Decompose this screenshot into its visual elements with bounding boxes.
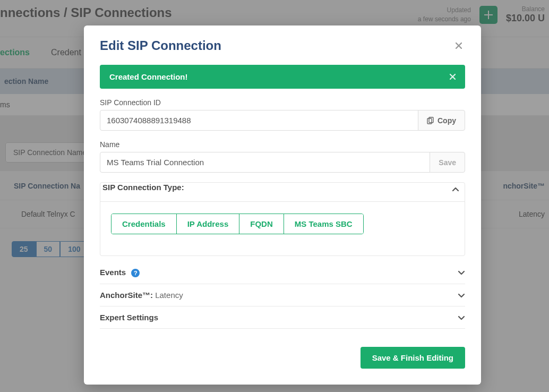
modal-title: Edit SIP Connection xyxy=(100,38,221,53)
events-section: Events ? xyxy=(100,261,465,284)
name-label: Name xyxy=(100,140,465,149)
chevron-up-icon xyxy=(452,186,459,193)
type-fqdn-button[interactable]: FQDN xyxy=(239,214,284,234)
copy-button[interactable]: Copy xyxy=(418,110,465,131)
edit-sip-connection-modal: Edit SIP Connection Created Connection! … xyxy=(84,25,481,385)
events-toggle[interactable]: Events ? xyxy=(100,268,465,277)
alert-close-button[interactable] xyxy=(450,74,456,80)
close-icon xyxy=(450,74,456,80)
sip-connection-type-section: SIP Connection Type: Credentials IP Addr… xyxy=(100,182,465,256)
copy-icon xyxy=(427,117,434,124)
sip-connection-type-toggle[interactable]: SIP Connection Type: xyxy=(100,183,465,196)
alert-text: Created Connection! xyxy=(109,72,188,81)
chevron-down-icon xyxy=(458,314,465,321)
save-name-button[interactable]: Save xyxy=(430,152,465,173)
anchorsite-toggle[interactable]: AnchorSite™: Latency xyxy=(100,291,465,300)
anchorsite-section: AnchorSite™: Latency xyxy=(100,284,465,306)
chevron-down-icon xyxy=(458,269,465,276)
help-icon[interactable]: ? xyxy=(131,269,140,277)
type-credentials-button[interactable]: Credentials xyxy=(111,214,177,234)
type-ms-teams-sbc-button[interactable]: MS Teams SBC xyxy=(284,214,363,234)
connection-type-group: Credentials IP Address FQDN MS Teams SBC xyxy=(111,214,364,234)
expert-settings-toggle[interactable]: Expert Settings xyxy=(100,313,465,322)
sip-id-input[interactable] xyxy=(100,110,418,131)
sip-id-label: SIP Connection ID xyxy=(100,98,465,107)
save-finish-button[interactable]: Save & Finish Editing xyxy=(361,347,465,369)
name-input[interactable] xyxy=(100,152,430,173)
type-ip-address-button[interactable]: IP Address xyxy=(177,214,240,234)
close-icon xyxy=(456,42,462,49)
modal-close-button[interactable] xyxy=(452,40,465,51)
success-alert: Created Connection! xyxy=(100,65,465,89)
expert-settings-section: Expert Settings xyxy=(100,306,465,329)
chevron-down-icon xyxy=(458,292,465,299)
